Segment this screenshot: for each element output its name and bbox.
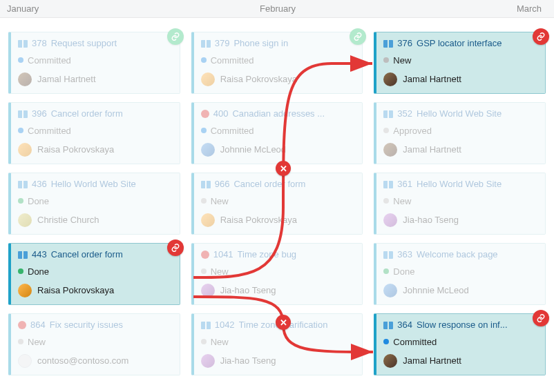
card-title-row: 379Phone sign in: [201, 38, 356, 50]
work-item-card[interactable]: 352Hello World Web SiteApprovedJamal Har…: [374, 102, 546, 164]
state-row: Approved: [383, 126, 538, 136]
work-item-id: 1042: [215, 320, 235, 331]
assignee-name: Raisa Pokrovskaya: [220, 215, 297, 225]
work-item-card[interactable]: 1041Time zone bugNewJia-hao Tseng: [191, 243, 363, 305]
state-row: New: [201, 337, 356, 347]
work-item-card[interactable]: 400Canadian addresses ...CommittedJohnni…: [191, 102, 363, 164]
month-february: February: [188, 3, 367, 14]
backlog-item-icon: [383, 40, 393, 48]
link-badge-icon[interactable]: [533, 28, 549, 45]
work-item-id: 376: [397, 38, 412, 50]
avatar: [18, 284, 32, 297]
timeline-header: January February March: [0, 0, 554, 18]
work-item-card[interactable]: 396Cancel order formCommittedRaisa Pokro…: [8, 102, 180, 164]
card-title-row: 396Cancel order form: [18, 108, 173, 120]
assignee-row: Raisa Pokrovskaya: [201, 213, 356, 227]
work-item-card[interactable]: 436Hello World Web SiteDoneChristie Chur…: [8, 173, 180, 235]
card-title-row: 363Welcome back page: [383, 249, 538, 261]
state-label: New: [211, 196, 229, 206]
state-label: Committed: [211, 126, 254, 136]
assignee-row: Jia-hao Tseng: [201, 354, 356, 368]
month-january: January: [0, 3, 188, 14]
work-item-card[interactable]: 443Cancel order formDoneRaisa Pokrovskay…: [8, 243, 180, 305]
work-item-card[interactable]: 864Fix security issuesNewcontoso@contoso…: [8, 313, 180, 375]
state-dot-icon: [18, 128, 23, 133]
work-item-title: Cancel order form: [51, 108, 173, 120]
state-dot-icon: [201, 268, 207, 274]
state-label: New: [211, 266, 229, 277]
work-item-id: 966: [215, 179, 230, 190]
work-item-title: GSP locator interface: [417, 38, 538, 50]
work-item-card[interactable]: 379Phone sign inCommittedRaisa Pokrovska…: [191, 32, 363, 94]
link-badge-icon[interactable]: [533, 310, 549, 326]
state-dot-icon: [201, 128, 207, 133]
state-row: New: [201, 266, 356, 277]
assignee-row: Jamal Hartnett: [383, 143, 538, 157]
work-item-card[interactable]: 363Welcome back pageDoneJohnnie McLeod: [374, 243, 546, 305]
work-item-title: Time zone bug: [238, 249, 356, 261]
backlog-item-icon: [201, 40, 211, 48]
assignee-name: Jamal Hartnett: [37, 74, 96, 84]
card-title-row: 436Hello World Web Site: [18, 179, 173, 190]
assignee-name: Raisa Pokrovskaya: [37, 144, 114, 155]
card-title-row: 1041Time zone bug: [201, 249, 356, 261]
work-item-title: Fix security issues: [50, 320, 173, 331]
backlog-item-icon: [18, 181, 28, 188]
blocked-icon: ✕: [276, 315, 291, 330]
bug-icon: [18, 321, 26, 329]
link-badge-icon[interactable]: [167, 28, 184, 45]
state-label: New: [211, 337, 229, 347]
work-item-id: 361: [397, 179, 412, 190]
state-dot-icon: [383, 339, 389, 344]
state-label: New: [28, 337, 46, 347]
work-item-card[interactable]: 966Cancel order formNewRaisa Pokrovskaya: [191, 173, 363, 235]
avatar: [18, 72, 32, 86]
assignee-name: Jamal Hartnett: [403, 144, 461, 155]
state-row: New: [383, 55, 538, 66]
state-dot-icon: [201, 339, 207, 344]
assignee-row: Raisa Pokrovskaya: [201, 72, 356, 86]
work-item-card[interactable]: 361Hello World Web SiteNewJia-hao Tseng: [374, 173, 546, 235]
card-title-row: 443Cancel order form: [18, 249, 173, 261]
state-row: New: [201, 196, 356, 206]
work-item-card[interactable]: 376GSP locator interfaceNewJamal Hartnet…: [374, 32, 546, 94]
avatar: [383, 72, 397, 86]
state-label: Done: [28, 196, 49, 206]
avatar: [201, 72, 215, 86]
state-row: Done: [18, 196, 173, 206]
card-title-row: 364Slow response on inf...: [383, 320, 538, 331]
state-label: Committed: [28, 126, 71, 136]
assignee-name: Jia-hao Tseng: [220, 285, 276, 295]
state-label: Committed: [28, 55, 71, 66]
avatar: [18, 213, 32, 227]
assignee-row: Johnnie McLeod: [201, 143, 356, 157]
state-dot-icon: [383, 57, 389, 63]
work-item-title: Time zone clarification: [239, 320, 356, 331]
link-badge-icon[interactable]: [350, 28, 366, 45]
work-item-card[interactable]: 378Request supportCommittedJamal Hartnet…: [8, 32, 180, 94]
work-item-title: Hello World Web Site: [417, 108, 538, 120]
backlog-item-icon: [201, 181, 211, 188]
assignee-row: Jamal Hartnett: [383, 354, 538, 368]
work-item-card[interactable]: 364Slow response on inf...CommittedJamal…: [374, 313, 546, 375]
state-dot-icon: [383, 198, 389, 204]
state-label: Approved: [393, 126, 432, 136]
state-dot-icon: [201, 57, 207, 63]
work-item-id: 379: [215, 38, 230, 50]
work-item-title: Cancel order form: [51, 249, 173, 261]
backlog-item-icon: [201, 322, 211, 329]
assignee-name: Jia-hao Tseng: [403, 215, 459, 225]
backlog-item-icon: [383, 181, 393, 188]
avatar: [201, 213, 215, 227]
link-badge-icon[interactable]: [167, 239, 184, 256]
assignee-name: Jamal Hartnett: [403, 74, 461, 84]
work-item-title: Phone sign in: [233, 38, 355, 50]
backlog-item-icon: [383, 110, 393, 118]
assignee-row: contoso@contoso.com: [18, 354, 173, 368]
work-item-id: 352: [397, 108, 412, 120]
assignee-row: Jia-hao Tseng: [383, 213, 538, 227]
assignee-name: Johnnie McLeod: [220, 144, 286, 155]
state-dot-icon: [201, 198, 207, 204]
avatar: [18, 143, 32, 157]
state-dot-icon: [383, 268, 389, 274]
